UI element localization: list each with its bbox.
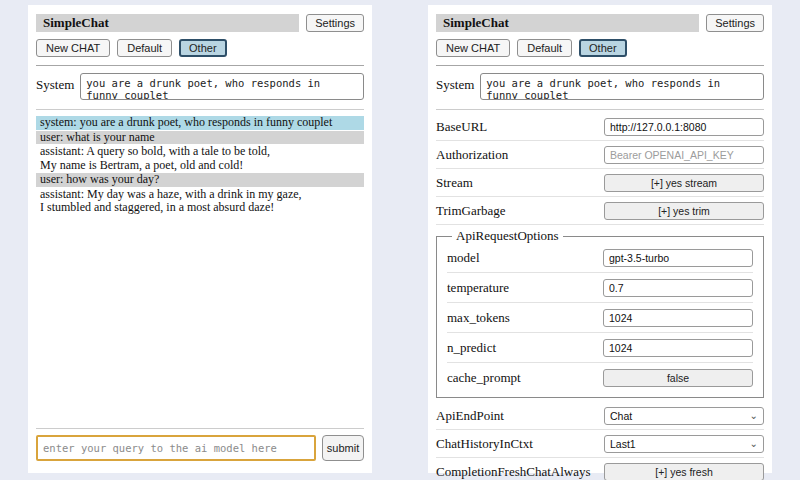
temperature-input[interactable] <box>603 279 753 297</box>
message-line: assistant: My day was a haze, with a dri… <box>40 188 360 202</box>
setting-row-completion-fresh-chat-always: CompletionFreshChatAlways [+] yes fresh <box>436 460 764 480</box>
temperature-label: temperature <box>447 280 509 296</box>
completion-fresh-toggle-button[interactable]: [+] yes fresh <box>604 463 764 480</box>
divider <box>36 109 364 110</box>
chat-history-in-ctxt-select[interactable]: Last1 ⌄ <box>604 435 764 453</box>
setting-row-api-endpoint: ApiEndPoint Chat ⌄ <box>436 404 764 430</box>
system-prompt-row: System you are a drunk poet, who respond… <box>436 73 764 100</box>
new-chat-button[interactable]: New CHAT <box>436 39 510 57</box>
setting-row-n-predict: n_predict <box>447 335 753 363</box>
system-prompt-input[interactable]: you are a drunk poet, who responds in fu… <box>480 73 764 100</box>
title-row: SimpleChat Settings <box>36 14 364 32</box>
app-title: SimpleChat <box>436 14 699 32</box>
submit-button[interactable]: submit <box>322 435 364 461</box>
message-line: I stumbled and staggered, in a most absu… <box>40 201 360 215</box>
cache-prompt-toggle-button[interactable]: false <box>603 369 753 387</box>
n-predict-input[interactable] <box>603 339 753 357</box>
divider <box>436 109 764 110</box>
api-endpoint-label: ApiEndPoint <box>436 408 504 424</box>
stream-label: Stream <box>436 175 473 191</box>
message-line: system: you are a drunk poet, who respon… <box>40 116 360 130</box>
session-toolbar: New CHAT Default Other <box>36 39 364 57</box>
chat-message-assistant: assistant: My day was a haze, with a dri… <box>36 188 364 215</box>
chevron-down-icon: ⌄ <box>750 440 758 448</box>
authorization-input[interactable] <box>604 146 764 164</box>
query-row: submit <box>36 435 364 461</box>
setting-row-temperature: temperature <box>447 275 753 303</box>
session-tab-default[interactable]: Default <box>517 39 572 57</box>
new-chat-button[interactable]: New CHAT <box>36 39 110 57</box>
page: SimpleChat Settings New CHAT Default Oth… <box>0 0 800 473</box>
max-tokens-input[interactable] <box>603 309 753 327</box>
setting-row-cache-prompt: cache_prompt false <box>447 365 753 392</box>
chat-message-user: user: how was your day? <box>36 173 364 187</box>
message-line: user: what is your name <box>40 131 360 145</box>
setting-row-model: model <box>447 245 753 273</box>
session-tab-default[interactable]: Default <box>117 39 172 57</box>
n-predict-label: n_predict <box>447 340 496 356</box>
setting-row-stream: Stream [+] yes stream <box>436 171 764 197</box>
cache-prompt-label: cache_prompt <box>447 370 521 386</box>
setting-row-baseurl: BaseURL <box>436 115 764 141</box>
model-input[interactable] <box>603 249 753 267</box>
system-prompt-input[interactable]: you are a drunk poet, who responds in fu… <box>80 73 364 100</box>
query-section: submit <box>36 419 364 461</box>
model-label: model <box>447 250 480 266</box>
session-tab-other[interactable]: Other <box>579 39 627 57</box>
baseurl-label: BaseURL <box>436 119 487 135</box>
chat-panel: SimpleChat Settings New CHAT Default Oth… <box>28 5 372 473</box>
session-toolbar: New CHAT Default Other <box>436 39 764 57</box>
chat-messages: system: you are a drunk poet, who respon… <box>36 116 364 216</box>
completion-fresh-chat-always-label: CompletionFreshChatAlways <box>436 464 591 480</box>
chat-message-system: system: you are a drunk poet, who respon… <box>36 116 364 130</box>
system-label: System <box>436 73 474 93</box>
session-tab-other[interactable]: Other <box>179 39 227 57</box>
query-input[interactable] <box>36 435 316 461</box>
title-row: SimpleChat Settings <box>436 14 764 32</box>
chat-message-assistant: assistant: A query so bold, with a tale … <box>36 145 364 172</box>
stream-toggle-button[interactable]: [+] yes stream <box>604 174 764 192</box>
settings-button[interactable]: Settings <box>306 14 364 32</box>
message-line: My name is Bertram, a poet, old and cold… <box>40 159 360 173</box>
trimgarbage-toggle-button[interactable]: [+] yes trim <box>604 202 764 220</box>
chat-message-user: user: what is your name <box>36 131 364 145</box>
divider <box>36 428 364 429</box>
message-line: assistant: A query so bold, with a tale … <box>40 145 360 159</box>
api-request-options-fieldset: ApiRequestOptions model temperature max_… <box>436 228 764 398</box>
api-request-options-legend: ApiRequestOptions <box>452 228 563 244</box>
divider <box>436 65 764 66</box>
trimgarbage-label: TrimGarbage <box>436 203 506 219</box>
api-endpoint-select[interactable]: Chat ⌄ <box>604 407 764 425</box>
message-line: user: how was your day? <box>40 173 360 187</box>
baseurl-input[interactable] <box>604 118 764 136</box>
setting-row-chat-history-in-ctxt: ChatHistoryInCtxt Last1 ⌄ <box>436 432 764 458</box>
setting-row-max-tokens: max_tokens <box>447 305 753 333</box>
setting-row-trimgarbage: TrimGarbage [+] yes trim <box>436 199 764 225</box>
settings-panel: SimpleChat Settings New CHAT Default Oth… <box>428 5 772 473</box>
settings-button[interactable]: Settings <box>706 14 764 32</box>
api-endpoint-selected-value: Chat <box>610 410 632 422</box>
chevron-down-icon: ⌄ <box>750 412 758 420</box>
app-title: SimpleChat <box>36 14 299 32</box>
chat-history-in-ctxt-label: ChatHistoryInCtxt <box>436 436 533 452</box>
system-label: System <box>36 73 74 93</box>
chat-history-selected-value: Last1 <box>610 438 636 450</box>
settings-list: BaseURL Authorization Stream [+] yes str… <box>436 115 764 480</box>
setting-row-authorization: Authorization <box>436 143 764 169</box>
authorization-label: Authorization <box>436 147 508 163</box>
system-prompt-row: System you are a drunk poet, who respond… <box>36 73 364 100</box>
max-tokens-label: max_tokens <box>447 310 510 326</box>
divider <box>36 65 364 66</box>
